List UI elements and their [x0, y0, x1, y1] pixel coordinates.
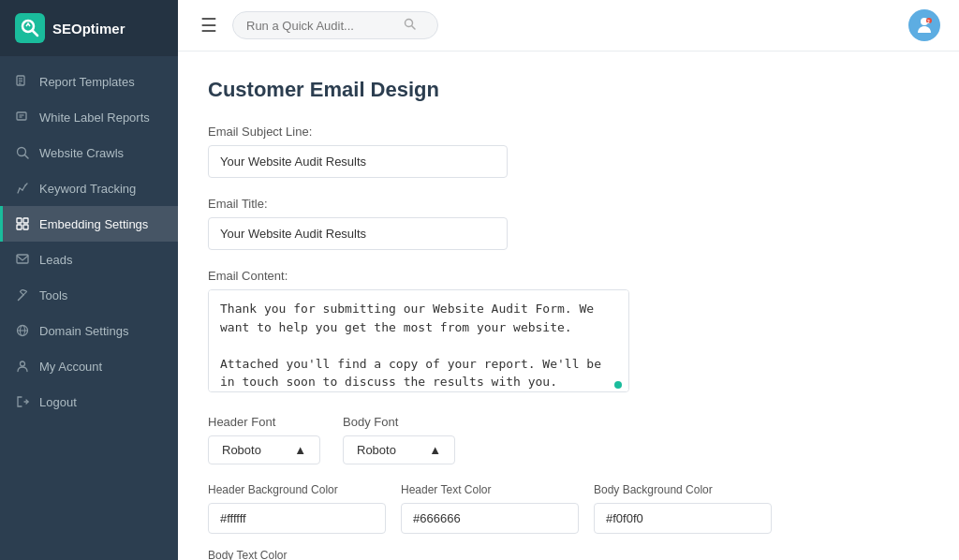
- hamburger-menu[interactable]: ☰: [197, 10, 221, 40]
- sidebar-item-white-label-reports-label: White Label Reports: [39, 111, 150, 125]
- sidebar-item-leads-label: Leads: [39, 253, 72, 267]
- svg-line-11: [18, 188, 20, 193]
- body-text-color-group: Body Text Color: [208, 549, 386, 560]
- header-text-color-label: Header Text Color: [401, 483, 579, 496]
- body-bg-color-label: Body Background Color: [594, 483, 772, 496]
- email-title-group: Email Title:: [208, 197, 929, 250]
- svg-line-13: [22, 185, 25, 190]
- sidebar-item-white-label-reports[interactable]: White Label Reports: [0, 99, 178, 135]
- email-title-input[interactable]: [208, 217, 508, 250]
- svg-line-27: [412, 26, 416, 30]
- textarea-resize-indicator: [614, 381, 622, 389]
- embedding-settings-icon: [15, 216, 30, 231]
- svg-rect-18: [23, 225, 28, 229]
- svg-line-1: [33, 31, 38, 37]
- svg-line-14: [25, 184, 27, 185]
- search-bar: [232, 11, 438, 39]
- body-bg-color-input[interactable]: [594, 503, 772, 534]
- sidebar-item-domain-settings[interactable]: Domain Settings: [0, 313, 178, 348]
- main-content: ☰ 2 Customer Email Design Email Subject …: [178, 0, 959, 560]
- email-content-label: Email Content:: [208, 269, 929, 283]
- my-account-icon: [15, 359, 30, 374]
- sidebar-item-leads[interactable]: Leads: [0, 242, 178, 277]
- sidebar-item-report-templates[interactable]: Report Templates: [0, 64, 178, 99]
- header-font-label: Header Font: [208, 415, 320, 429]
- sidebar-item-logout-label: Logout: [39, 395, 77, 409]
- svg-rect-6: [17, 112, 26, 120]
- header-bg-color-label: Header Background Color: [208, 483, 386, 496]
- sidebar-nav: Report Templates White Label Reports Web…: [0, 56, 178, 560]
- leads-icon: [15, 252, 30, 267]
- body-text-color-label: Body Text Color: [208, 549, 386, 560]
- body-font-select[interactable]: Roboto ▲: [343, 435, 455, 464]
- header-text-color-group: Header Text Color: [401, 483, 579, 534]
- email-content-textarea[interactable]: [208, 289, 629, 392]
- domain-settings-icon: [15, 323, 30, 338]
- svg-text:2: 2: [927, 19, 930, 24]
- svg-rect-17: [17, 225, 22, 229]
- logo-text: SEOptimer: [52, 21, 125, 37]
- sidebar-item-my-account[interactable]: My Account: [0, 348, 178, 384]
- sidebar-item-report-templates-label: Report Templates: [39, 75, 135, 89]
- search-icon: [404, 18, 416, 33]
- sidebar-item-keyword-tracking[interactable]: Keyword Tracking: [0, 170, 178, 206]
- body-font-label: Body Font: [343, 415, 455, 429]
- logo-icon: [15, 13, 45, 43]
- email-content-group: Email Content:: [208, 269, 929, 396]
- header-font-value: Roboto: [222, 443, 261, 457]
- sidebar-item-embedding-settings[interactable]: Embedding Settings: [0, 206, 178, 242]
- tools-icon: [15, 287, 30, 302]
- svg-line-10: [25, 155, 29, 159]
- email-subject-group: Email Subject Line:: [208, 125, 929, 178]
- sidebar-item-website-crawls[interactable]: Website Crawls: [0, 135, 178, 170]
- user-avatar[interactable]: 2: [908, 9, 940, 41]
- svg-point-24: [21, 361, 25, 366]
- sidebar-item-my-account-label: My Account: [39, 360, 102, 374]
- svg-rect-16: [23, 218, 28, 223]
- sidebar: SEOptimer Report Templates White Label R…: [0, 0, 178, 560]
- svg-rect-19: [17, 255, 28, 263]
- email-title-label: Email Title:: [208, 197, 929, 211]
- header-font-arrow-icon: ▲: [294, 443, 306, 457]
- sidebar-item-embedding-settings-label: Embedding Settings: [39, 217, 148, 231]
- sidebar-item-domain-settings-label: Domain Settings: [39, 324, 128, 338]
- topbar-right: 2: [908, 9, 940, 41]
- sidebar-logo: SEOptimer: [0, 0, 178, 56]
- topbar: ☰ 2: [178, 0, 959, 52]
- sidebar-item-tools-label: Tools: [39, 288, 67, 302]
- email-content-wrapper: [208, 289, 629, 396]
- header-font-group: Header Font Roboto ▲: [208, 415, 320, 464]
- body-font-arrow-icon: ▲: [429, 443, 441, 457]
- sidebar-item-website-crawls-label: Website Crawls: [39, 146, 124, 160]
- website-crawls-icon: [15, 145, 30, 160]
- color-row: Header Background Color Header Text Colo…: [208, 483, 929, 560]
- body-font-group: Body Font Roboto ▲: [343, 415, 455, 464]
- report-templates-icon: [15, 74, 30, 89]
- page-content: Customer Email Design Email Subject Line…: [178, 52, 959, 560]
- header-text-color-input[interactable]: [401, 503, 579, 534]
- email-subject-label: Email Subject Line:: [208, 125, 929, 139]
- white-label-reports-icon: [15, 110, 30, 125]
- header-bg-color-group: Header Background Color: [208, 483, 386, 534]
- body-bg-color-group: Body Background Color: [594, 483, 772, 534]
- logout-icon: [15, 394, 30, 409]
- svg-rect-15: [17, 218, 22, 223]
- font-row: Header Font Roboto ▲ Body Font Roboto ▲: [208, 415, 929, 464]
- sidebar-item-tools[interactable]: Tools: [0, 277, 178, 313]
- svg-line-20: [19, 295, 24, 301]
- sidebar-item-logout[interactable]: Logout: [0, 384, 178, 420]
- sidebar-item-keyword-tracking-label: Keyword Tracking: [39, 182, 136, 196]
- email-subject-input[interactable]: [208, 145, 508, 178]
- body-font-value: Roboto: [357, 443, 396, 457]
- page-title: Customer Email Design: [208, 78, 929, 102]
- keyword-tracking-icon: [15, 181, 30, 196]
- header-bg-color-input[interactable]: [208, 503, 386, 534]
- header-font-select[interactable]: Roboto ▲: [208, 435, 320, 464]
- search-input[interactable]: [246, 19, 396, 33]
